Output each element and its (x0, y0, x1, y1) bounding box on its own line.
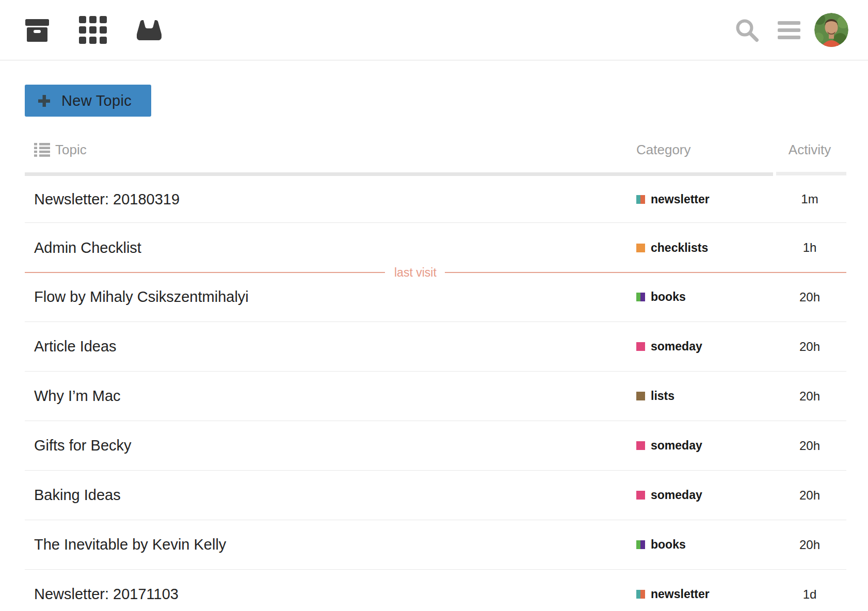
category-swatch (636, 441, 645, 450)
category-name: lists (651, 389, 674, 403)
topic-title[interactable]: Newsletter: 20180319 (34, 191, 180, 208)
topic-row[interactable]: Baking Ideas someday 20h (25, 471, 846, 520)
new-topic-button[interactable]: New Topic (25, 85, 151, 117)
topic-title[interactable]: Why I’m Mac (34, 388, 121, 405)
category-cell: lists (636, 389, 773, 403)
list-header-divider (25, 172, 846, 176)
topic-row[interactable]: Newsletter: 20180319 newsletter 1m (25, 176, 846, 223)
category-badge[interactable]: newsletter (636, 192, 710, 206)
topic-row[interactable]: Newsletter: 20171103 newsletter 1d (25, 570, 846, 611)
category-swatch (636, 195, 645, 204)
category-badge[interactable]: someday (636, 439, 702, 453)
activity-value[interactable]: 20h (799, 488, 820, 502)
new-topic-label: New Topic (61, 92, 132, 109)
topic-title[interactable]: Gifts for Becky (34, 437, 132, 454)
activity-cell: 20h (773, 538, 846, 552)
topic-row[interactable]: Admin Checklist checklists 1h (25, 223, 846, 272)
topic-title[interactable]: Article Ideas (34, 338, 117, 355)
activity-cell: 20h (773, 389, 846, 404)
topic-row[interactable]: Flow by Mihaly Csikszentmihalyi books 20… (25, 272, 846, 322)
column-header-category[interactable]: Category (636, 142, 773, 158)
activity-value[interactable]: 1h (803, 240, 817, 254)
activity-cell: 20h (773, 488, 846, 503)
topic-cell: Admin Checklist (25, 239, 636, 256)
header-right (735, 13, 848, 47)
category-cell: newsletter (636, 587, 773, 601)
activity-cell: 1h (773, 240, 846, 255)
topic-cell: Baking Ideas (25, 487, 636, 504)
topic-header-label: Topic (55, 142, 87, 158)
activity-value[interactable]: 20h (799, 389, 820, 403)
category-name: newsletter (651, 587, 710, 601)
topic-row[interactable]: The Inevitable by Kevin Kelly books 20h (25, 520, 846, 570)
category-cell: someday (636, 439, 773, 453)
topic-title[interactable]: Baking Ideas (34, 487, 121, 504)
category-swatch (636, 244, 645, 252)
category-swatch (636, 540, 645, 549)
category-cell: someday (636, 488, 773, 502)
activity-header-label: Activity (789, 142, 831, 157)
topic-cell: Newsletter: 20171103 (25, 586, 636, 603)
activity-value[interactable]: 1d (803, 587, 817, 601)
category-swatch (636, 342, 645, 351)
activity-cell: 1d (773, 587, 846, 602)
category-cell: checklists (636, 241, 773, 255)
top-header (0, 0, 868, 60)
category-swatch (636, 590, 645, 599)
activity-value[interactable]: 20h (799, 340, 820, 353)
category-swatch (636, 491, 645, 500)
category-badge[interactable]: books (636, 290, 686, 304)
hamburger-menu-icon[interactable] (778, 19, 800, 41)
last-visit-line-right (445, 272, 846, 273)
topic-list-body: Newsletter: 20180319 newsletter 1m Admin… (25, 176, 846, 611)
category-cell: newsletter (636, 192, 773, 206)
archive-box-icon[interactable] (25, 18, 50, 43)
column-header-activity[interactable]: Activity (773, 142, 846, 158)
category-badge[interactable]: books (636, 538, 686, 552)
column-header-topic[interactable]: Topic (25, 142, 636, 158)
search-icon[interactable] (735, 18, 759, 42)
activity-cell: 20h (773, 340, 846, 354)
activity-cell: 20h (773, 290, 846, 304)
activity-value[interactable]: 1m (801, 192, 818, 206)
activity-cell: 1m (773, 192, 846, 206)
grid-icon[interactable] (79, 16, 107, 44)
inbox-icon[interactable] (136, 19, 162, 41)
category-header-label: Category (636, 142, 691, 158)
category-swatch (636, 293, 645, 301)
topic-cell: Gifts for Becky (25, 437, 636, 454)
topic-list-header: Topic Category Activity (25, 131, 846, 168)
topic-title[interactable]: Newsletter: 20171103 (34, 586, 179, 603)
category-cell: someday (636, 340, 773, 353)
category-badge[interactable]: someday (636, 340, 702, 353)
activity-value[interactable]: 20h (799, 290, 820, 304)
category-badge[interactable]: someday (636, 488, 702, 502)
category-name: books (651, 290, 686, 304)
topic-title[interactable]: Flow by Mihaly Csikszentmihalyi (34, 288, 249, 306)
activity-value[interactable]: 20h (799, 439, 820, 453)
user-avatar[interactable] (814, 13, 848, 47)
topic-cell: The Inevitable by Kevin Kelly (25, 536, 636, 553)
category-badge[interactable]: lists (636, 389, 674, 403)
topic-cell: Newsletter: 20180319 (25, 191, 636, 208)
category-name: someday (651, 488, 702, 502)
topic-cell: Flow by Mihaly Csikszentmihalyi (25, 288, 636, 306)
activity-cell: 20h (773, 439, 846, 453)
category-name: checklists (651, 241, 708, 255)
topic-cell: Article Ideas (25, 338, 636, 355)
topic-title[interactable]: Admin Checklist (34, 239, 141, 256)
category-swatch (636, 392, 645, 400)
topic-cell: Why I’m Mac (25, 388, 636, 405)
category-badge[interactable]: checklists (636, 241, 708, 255)
topic-list-icon (34, 143, 50, 157)
category-cell: books (636, 538, 773, 552)
category-name: someday (651, 439, 702, 453)
topic-row[interactable]: Gifts for Becky someday 20h (25, 421, 846, 471)
header-nav-icons (25, 16, 191, 44)
topic-title[interactable]: The Inevitable by Kevin Kelly (34, 536, 226, 553)
topic-row[interactable]: Why I’m Mac lists 20h (25, 372, 846, 421)
category-badge[interactable]: newsletter (636, 587, 710, 601)
category-cell: books (636, 290, 773, 304)
topic-row[interactable]: Article Ideas someday 20h (25, 322, 846, 372)
activity-value[interactable]: 20h (799, 538, 820, 552)
